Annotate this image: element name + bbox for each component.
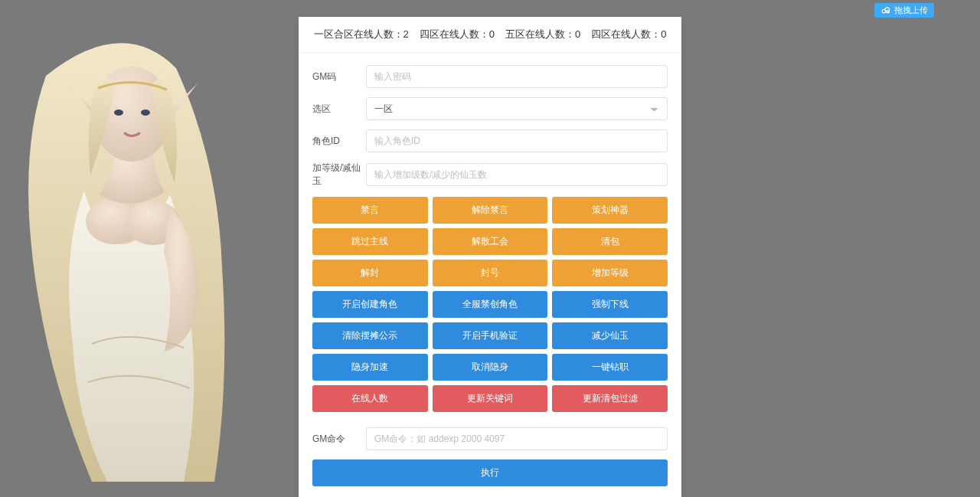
action-策划神器[interactable]: 策划神器	[552, 197, 668, 224]
action-隐身加速[interactable]: 隐身加速	[312, 354, 428, 381]
stat-item: 五区在线人数：0	[505, 28, 580, 40]
svg-point-0	[86, 198, 144, 244]
action-减少仙玉[interactable]: 减少仙玉	[552, 322, 668, 349]
zone-select[interactable]: 一区	[366, 97, 668, 120]
action-清包[interactable]: 清包	[552, 228, 668, 255]
action-解散工会[interactable]: 解散工会	[433, 228, 548, 255]
role-id-input[interactable]	[366, 129, 668, 152]
execute-button[interactable]: 执行	[312, 459, 668, 486]
cloud-icon	[880, 5, 891, 16]
svg-point-1	[126, 201, 181, 245]
action-更新清包过滤[interactable]: 更新清包过滤	[552, 385, 668, 412]
zone-label: 选区	[312, 103, 366, 116]
gm-panel: 一区合区在线人数：2四区在线人数：0五区在线人数：0四区在线人数：0 GM码 选…	[299, 17, 681, 497]
action-清除摆摊公示[interactable]: 清除摆摊公示	[312, 322, 428, 349]
action-更新关键词[interactable]: 更新关键词	[433, 385, 548, 412]
action-封号[interactable]: 封号	[433, 260, 548, 286]
action-禁言[interactable]: 禁言	[312, 197, 428, 224]
action-开启创建角色[interactable]: 开启创建角色	[312, 291, 428, 318]
stat-item: 四区在线人数：0	[420, 28, 495, 40]
gm-code-label: GM码	[312, 70, 366, 83]
stat-item: 四区在线人数：0	[591, 28, 666, 40]
action-增加等级[interactable]: 增加等级	[552, 260, 668, 286]
svg-point-3	[114, 110, 123, 116]
action-跳过主线[interactable]: 跳过主线	[312, 228, 428, 255]
level-input[interactable]	[366, 163, 668, 186]
action-解除禁言[interactable]: 解除禁言	[433, 197, 548, 224]
gm-cmd-label: GM命令	[312, 433, 366, 446]
background-character	[0, 22, 260, 497]
stat-item: 一区合区在线人数：2	[314, 28, 409, 40]
svg-point-4	[141, 110, 150, 116]
action-一键钻职[interactable]: 一键钻职	[552, 354, 668, 381]
drag-upload-label: 拖拽上传	[894, 5, 928, 16]
action-强制下线[interactable]: 强制下线	[552, 291, 668, 318]
action-解封[interactable]: 解封	[312, 260, 428, 286]
action-取消隐身[interactable]: 取消隐身	[433, 354, 548, 381]
role-id-label: 角色ID	[312, 135, 366, 148]
gm-code-input[interactable]	[366, 65, 668, 88]
action-在线人数[interactable]: 在线人数	[312, 385, 428, 412]
action-button-grid: 禁言解除禁言策划神器跳过主线解散工会清包解封封号增加等级开启创建角色全服禁创角色…	[312, 197, 668, 412]
gm-cmd-input[interactable]	[366, 427, 668, 450]
action-全服禁创角色[interactable]: 全服禁创角色	[433, 291, 548, 318]
svg-point-2	[92, 67, 172, 162]
action-开启手机验证[interactable]: 开启手机验证	[433, 322, 548, 349]
level-label: 加等级/减仙玉	[312, 162, 366, 188]
drag-upload-button[interactable]: 拖拽上传	[874, 3, 934, 18]
online-stats-bar: 一区合区在线人数：2四区在线人数：0五区在线人数：0四区在线人数：0	[299, 17, 681, 53]
